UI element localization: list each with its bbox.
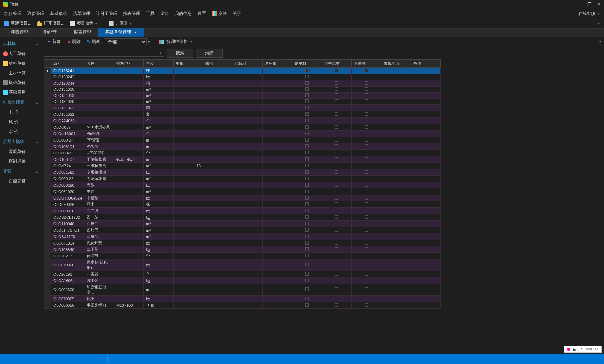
project-properties-button[interactable]: 项目属性 ▾ [70, 20, 97, 26]
search-dropdown-icon[interactable]: ▾ [157, 51, 164, 55]
checkbox-noadj[interactable] [365, 287, 368, 291]
checkbox-noadj[interactable] [365, 112, 368, 116]
checkbox-main[interactable] [305, 119, 309, 122]
menu-item-1[interactable]: 取费管理 [27, 11, 44, 17]
checkbox-main[interactable] [305, 81, 309, 85]
table-row[interactable]: CLC20213伸缩节个 [44, 253, 441, 259]
checkbox-owner[interactable] [335, 190, 338, 193]
refresh-button[interactable]: ↻刷新 [84, 38, 103, 45]
checkbox-owner[interactable] [335, 125, 338, 129]
checkbox-main[interactable] [305, 75, 309, 78]
checkbox-noadj[interactable] [365, 279, 368, 282]
checkbox-main[interactable] [305, 170, 309, 174]
checkbox-noadj[interactable] [365, 215, 368, 219]
col-header-7[interactable]: 总用量 [263, 60, 292, 68]
checkbox-noadj[interactable] [365, 222, 368, 225]
viewtab-0[interactable]: 项目管理 [4, 28, 35, 37]
checkbox-owner[interactable] [335, 196, 338, 200]
table-row[interactable]: CLC000856半圆头螺钉M10×10010套 [44, 302, 441, 309]
checkbox-main[interactable] [305, 183, 309, 187]
checkbox-owner[interactable] [335, 287, 338, 291]
minimize-button[interactable]: — [577, 1, 582, 7]
checkbox-noadj[interactable] [365, 138, 368, 142]
checkbox-owner[interactable] [335, 222, 338, 225]
checkbox-owner[interactable] [335, 183, 338, 187]
checkbox-main[interactable] [305, 272, 309, 276]
menu-item-2[interactable]: 基础单价 [50, 11, 67, 17]
viewtab-2[interactable]: 报表管理 [67, 28, 98, 37]
checkbox-owner[interactable] [335, 157, 338, 161]
close-button[interactable]: ✕ [597, 1, 601, 7]
checkbox-owner[interactable] [335, 138, 338, 142]
checkbox-main[interactable] [305, 99, 309, 103]
viewtab-3[interactable]: 基础单价管理✕ [98, 28, 144, 37]
checkbox-owner[interactable] [335, 69, 338, 72]
checkbox-noadj[interactable] [365, 87, 368, 91]
col-header-6[interactable]: 供应价 [233, 60, 263, 68]
checkbox-main[interactable] [305, 247, 309, 251]
checkbox-noadj[interactable] [365, 202, 368, 206]
menu-item-0[interactable]: 项目管理 [4, 11, 21, 17]
checkbox-owner[interactable] [335, 81, 338, 85]
search-button[interactable]: 搜索 [167, 49, 193, 58]
new-project-button[interactable]: 新建项目... [4, 20, 31, 26]
table-row[interactable]: CLC123244根 [44, 80, 441, 87]
checkbox-noadj[interactable] [365, 151, 368, 154]
menu-skin[interactable]: 换肤 [212, 11, 227, 17]
table-row[interactable]: CLCSX1170乙炔气m² [44, 233, 441, 240]
checkbox-main[interactable] [305, 144, 309, 148]
checkbox-owner[interactable] [335, 303, 338, 307]
table-row[interactable]: CLCL1471_QT乙炔气m³ [44, 227, 441, 233]
checkbox-noadj[interactable] [365, 241, 368, 245]
table-row[interactable]: CLC000-23UPVC管件个 [44, 150, 441, 156]
table-row[interactable]: CLC108407丁腈橡胶管φ13、φ17m [44, 156, 441, 163]
checkbox-main[interactable] [305, 151, 309, 154]
tray-settings-icon[interactable]: ⚙ [595, 347, 599, 351]
checkbox-main[interactable] [305, 228, 309, 232]
col-header-1[interactable]: 名称 [84, 60, 114, 68]
table-row[interactable]: CLC108104PVC管m [44, 143, 441, 150]
sidebar-item-2-0[interactable]: 混凝单价 [0, 147, 41, 157]
checkbox-noadj[interactable] [365, 157, 368, 161]
col-header-10[interactable]: 不调整 [352, 60, 381, 68]
checkbox-owner[interactable] [335, 228, 338, 232]
ime-label[interactable]: En [573, 347, 578, 351]
checkbox-noadj[interactable] [365, 254, 368, 257]
checkbox-owner[interactable] [335, 164, 338, 167]
sidebar-item-0-3[interactable]: 机械单价 [0, 78, 41, 88]
checkbox-main[interactable] [305, 125, 309, 129]
checkbox-noadj[interactable] [365, 132, 368, 135]
menu-item-4[interactable]: 计日工管理 [96, 11, 117, 17]
sidebar-item-0-4[interactable]: 基础费用 [0, 88, 41, 97]
menu-item-8[interactable]: 我的信息 [175, 11, 192, 17]
checkbox-noadj[interactable] [365, 183, 368, 187]
checkbox-noadj[interactable] [365, 228, 368, 232]
checkbox-owner[interactable] [335, 132, 338, 135]
checkbox-owner[interactable] [335, 215, 338, 219]
table-row[interactable]: CLC20191冲击器个 [44, 271, 441, 277]
menu-item-6[interactable]: 工具 [146, 11, 155, 17]
checkbox-noadj[interactable] [365, 125, 368, 129]
checkbox-noadj[interactable] [365, 144, 368, 148]
checkbox-noadj[interactable] [365, 164, 368, 167]
menu-about[interactable]: 关于... [233, 11, 245, 17]
col-header-3[interactable]: 单位 [144, 60, 174, 68]
maximize-button[interactable]: ❐ [587, 1, 592, 7]
checkbox-main[interactable] [305, 69, 309, 72]
sidebar-section-1[interactable]: 电风水预算▴ [0, 97, 41, 108]
col-header-0[interactable]: 编号 [51, 60, 84, 68]
checkbox-noadj[interactable] [365, 272, 368, 276]
col-header-5[interactable]: 限价 [203, 60, 233, 68]
checkbox-owner[interactable] [335, 247, 338, 251]
checkbox-main[interactable] [305, 303, 309, 307]
table-row[interactable]: CLCSZCL1932乙二胺kg [44, 214, 441, 221]
customer-service-link[interactable]: 在线客服 [578, 11, 595, 16]
checkbox-owner[interactable] [335, 112, 338, 116]
open-project-button[interactable]: 打开项目... [37, 20, 64, 26]
checkbox-main[interactable] [305, 112, 309, 116]
table-row[interactable]: CLC070026乔木株 [44, 201, 441, 208]
checkbox-owner[interactable] [335, 263, 338, 266]
menu-item-7[interactable]: 窗口 [160, 11, 169, 17]
viewtab-close-icon[interactable]: ✕ [134, 30, 137, 35]
sidebar-item-1-0[interactable]: 电 价 [0, 108, 41, 117]
